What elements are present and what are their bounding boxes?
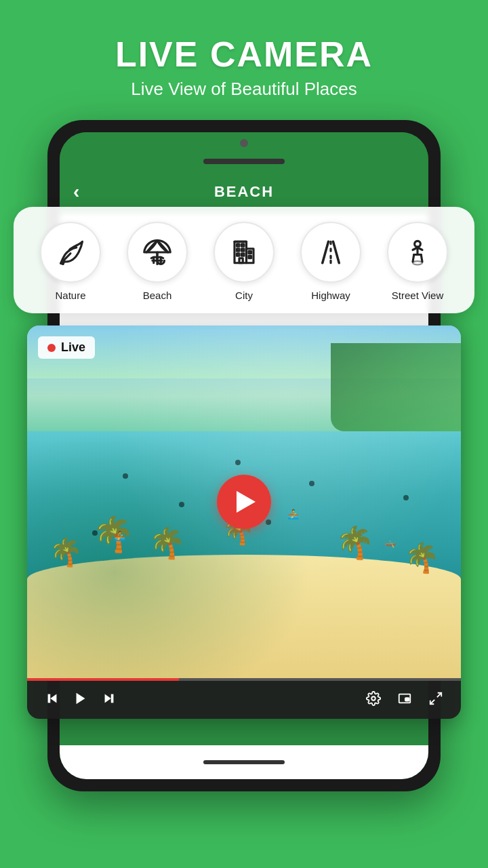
highway-circle [300,222,361,283]
live-indicator [47,344,56,352]
svg-rect-14 [249,251,251,254]
svg-rect-35 [405,698,409,701]
svg-rect-11 [242,249,245,252]
play-button[interactable] [217,475,271,529]
category-strip: Nature Beach [14,207,474,313]
boat-3: 🛶 [384,537,396,548]
svg-point-27 [413,261,422,264]
svg-rect-9 [242,244,245,247]
svg-marker-28 [50,694,56,703]
skip-forward-button[interactable] [95,691,123,706]
screen-title: BEACH [214,183,274,201]
category-highway[interactable]: Highway [300,222,361,301]
nature-label: Nature [55,290,85,301]
svg-rect-10 [237,249,240,252]
category-nature[interactable]: Nature [40,222,101,301]
person-5 [266,519,271,525]
live-text: Live [61,340,85,355]
svg-marker-30 [77,693,85,705]
svg-rect-12 [237,254,240,256]
person-pin-icon [403,238,432,267]
home-indicator [203,760,285,764]
pip-button[interactable] [390,691,419,706]
svg-line-36 [437,693,441,697]
palm-5: 🌴 [404,544,439,572]
svg-rect-15 [249,256,251,258]
person-6 [92,530,98,536]
app-title: LIVE CAMERA [115,34,373,75]
person-3 [309,481,314,486]
progress-bar[interactable] [27,678,461,681]
app-subtitle: Live View of Beautiful Places [115,79,373,100]
video-scene: 🌴 🌴 🌴 🌴 🌴 🌴 🚣 🚣 🛶 Live [27,326,461,678]
progress-fill [27,678,179,681]
highway-label: Highway [311,290,350,301]
svg-point-33 [371,696,375,701]
home-bar [60,745,428,779]
category-street-view[interactable]: Street View [387,222,448,301]
settings-button[interactable] [359,691,388,706]
play-icon [237,491,256,513]
nature-circle [40,222,101,283]
umbrella-icon [143,238,171,267]
beach-circle [127,222,188,283]
svg-rect-29 [48,694,51,703]
building-icon [230,238,258,267]
city-label: City [235,290,253,301]
live-badge: Live [38,336,95,359]
person-2 [235,460,241,465]
video-controls-bar [27,678,461,719]
back-button[interactable]: ‹ [73,181,79,203]
boat-2: 🚣 [287,509,299,519]
street-view-circle [387,222,448,283]
header-section: LIVE CAMERA Live View of Beautiful Place… [88,0,400,120]
category-beach[interactable]: Beach [127,222,188,301]
svg-rect-8 [237,244,240,247]
palm-1: 🌴 [49,538,83,566]
road-icon [317,238,345,267]
phone-speaker [203,159,285,164]
beach-label: Beach [143,290,172,301]
svg-line-26 [421,255,422,262]
svg-rect-16 [239,258,243,263]
play-pause-button[interactable] [66,691,95,706]
green-area [331,343,461,431]
video-player[interactable]: 🌴 🌴 🌴 🌴 🌴 🌴 🚣 🚣 🛶 Live [27,326,461,719]
phone-camera [240,139,248,147]
skip-back-button[interactable] [38,691,66,706]
svg-line-25 [413,255,414,262]
svg-line-37 [430,700,434,704]
phone-status-bar [60,132,428,170]
palm-6: 🌴 [336,527,374,558]
svg-rect-32 [111,694,114,703]
boat-1: 🚣 [114,530,125,541]
street-view-label: Street View [392,290,443,301]
person-4 [179,502,184,507]
fullscreen-button[interactable] [422,691,450,706]
palm-3: 🌴 [148,528,186,558]
category-city[interactable]: City [214,222,274,301]
palm-2: 🌴 [92,517,134,551]
controls-right [359,691,450,706]
svg-marker-31 [105,694,111,703]
svg-rect-13 [242,254,245,256]
leaf-icon [56,238,85,267]
city-circle [214,222,274,283]
person-7 [403,495,409,500]
